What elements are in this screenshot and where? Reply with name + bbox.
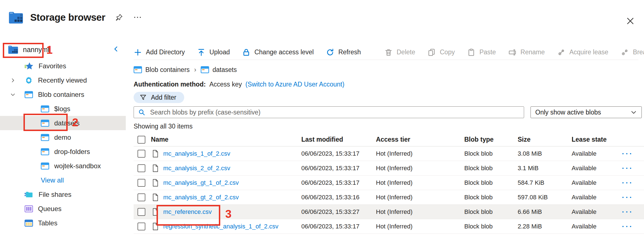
chevron-left-icon[interactable]	[112, 45, 120, 53]
blob-name-link[interactable]: regression_synthetic_analysis_1_of_2.csv	[163, 223, 278, 230]
auth-method-label: Authentication method:	[134, 81, 206, 88]
pin-icon[interactable]	[115, 13, 123, 22]
lease-break-icon	[621, 48, 629, 57]
sidebar-item--logs[interactable]: $logs	[0, 102, 126, 116]
toolbar-button-label: Refresh	[338, 48, 361, 56]
change-access-level-button[interactable]: Change access level	[242, 48, 314, 57]
app-header: Storage browser	[8, 10, 142, 25]
row-more-icon[interactable]: ···	[622, 167, 633, 170]
cell-access-tier: Hot (Inferred)	[376, 179, 464, 186]
sidebar-item-demo[interactable]: demo	[0, 130, 126, 144]
container-icon	[41, 148, 49, 155]
search-input[interactable]	[150, 109, 520, 116]
select-all-checkbox[interactable]	[138, 136, 145, 144]
toolbar: Add DirectoryUploadChange access levelRe…	[134, 45, 638, 60]
paste-icon	[467, 48, 475, 57]
breadcrumb-blob-containers[interactable]: Blob containers	[134, 66, 190, 74]
cell-blob-type: Block blob	[464, 194, 518, 201]
cell-last-modified: 06/06/2023, 15:33:17	[301, 179, 376, 186]
row-more-icon[interactable]: ···	[622, 181, 633, 184]
cell-blob-type: Block blob	[464, 208, 518, 216]
auth-method-value: Access key	[207, 81, 243, 88]
cell-last-modified: 06/06/2023, 15:33:17	[301, 150, 376, 157]
table-row: mc_analysis_gt_1_of_2.csv 06/06/2023, 15…	[134, 176, 644, 190]
table-row: mc_reference.csv 06/06/2023, 15:33:27 Ho…	[134, 205, 644, 219]
add-filter-button[interactable]: Add filter	[134, 92, 184, 103]
blob-name-link[interactable]: mc_analysis_gt_2_of_2.csv	[163, 194, 239, 201]
row-checkbox[interactable]	[138, 193, 145, 201]
blob-name-link[interactable]: mc_analysis_gt_1_of_2.csv	[163, 179, 239, 186]
breadcrumb-datasets[interactable]: datasets	[201, 66, 237, 74]
cell-lease-state: Available	[572, 208, 619, 216]
paste-button: Paste	[467, 48, 496, 57]
sidebar-item-label: wojtek-sandbox	[54, 162, 101, 170]
sidebar-item-datasets[interactable]: datasets	[0, 116, 126, 130]
row-more-icon[interactable]: ···	[622, 196, 633, 199]
sidebar-item-wojtek-sandbox[interactable]: wojtek-sandbox	[0, 159, 126, 173]
blob-name-link[interactable]: mc_analysis_2_of_2.csv	[163, 165, 230, 172]
blob-state-dropdown[interactable]: Only show active blobs	[531, 106, 642, 118]
status-line: Showing all 30 items	[134, 123, 193, 130]
chevron-down-icon[interactable]	[10, 92, 16, 97]
row-more-icon[interactable]: ···	[622, 152, 633, 155]
storage-browser-icon	[8, 11, 23, 24]
refresh-icon	[326, 48, 334, 57]
sidebar-item-label: $logs	[54, 105, 70, 113]
table-row: mc_analysis_2_of_2.csv 06/06/2023, 15:33…	[134, 161, 644, 176]
add-directory-button[interactable]: Add Directory	[134, 48, 185, 57]
row-more-icon[interactable]: ···	[622, 211, 633, 213]
cell-blob-type: Block blob	[464, 165, 518, 172]
sidebar-item-drop-folders[interactable]: drop-folders	[0, 144, 126, 159]
row-more-icon[interactable]: ···	[622, 225, 633, 228]
sidebar-item-blob-containers[interactable]: Blob containers	[0, 87, 126, 102]
cell-lease-state: Available	[572, 194, 619, 201]
sidebar-item-storage-account[interactable]: nannyml	[0, 41, 126, 58]
lease-icon	[557, 48, 565, 57]
cell-access-tier: Hot (Inferred)	[376, 165, 464, 172]
sidebar-item-tables[interactable]: Tables	[0, 216, 126, 230]
sidebar-item-view-all[interactable]: View all	[0, 173, 126, 187]
star-icon	[25, 62, 34, 70]
row-checkbox[interactable]	[138, 150, 145, 158]
column-header-name: Name	[151, 136, 301, 143]
trash-icon	[384, 48, 393, 57]
row-checkbox[interactable]	[138, 223, 145, 230]
cell-last-modified: 06/06/2023, 15:33:16	[301, 194, 376, 201]
table-row: regression_synthetic_analysis_1_of_2.csv…	[134, 219, 644, 234]
container-icon	[134, 66, 142, 73]
sidebar-item-favorites[interactable]: Favorites	[0, 59, 126, 73]
sidebar-item-file-shares[interactable]: File shares	[0, 187, 126, 202]
queue-icon	[25, 205, 33, 212]
page-title: Storage browser	[30, 12, 105, 23]
blob-name-link[interactable]: mc_analysis_1_of_2.csv	[163, 150, 230, 157]
cell-last-modified: 06/06/2023, 15:33:17	[301, 165, 376, 172]
container-icon	[41, 162, 49, 170]
column-header-size: Size	[518, 136, 572, 143]
switch-auth-link[interactable]: (Switch to Azure AD User Account)	[245, 81, 344, 88]
toolbar-button-label: Add Directory	[146, 48, 185, 56]
file-icon	[152, 208, 159, 216]
gear-icon	[25, 76, 33, 85]
row-checkbox[interactable]	[138, 164, 145, 172]
acquire-lease-button: Acquire lease	[557, 48, 608, 57]
column-header-blob-type: Blob type	[464, 136, 518, 143]
blob-name-link[interactable]: mc_reference.csv	[163, 208, 212, 216]
refresh-button[interactable]: Refresh	[326, 48, 361, 57]
chevron-right-icon[interactable]	[10, 78, 16, 83]
upload-button[interactable]: Upload	[197, 48, 230, 57]
copy-button: Copy	[427, 48, 455, 57]
row-checkbox[interactable]	[138, 208, 145, 216]
sidebar-tree: FavoritesRecently viewedBlob containers$…	[0, 59, 126, 230]
cell-last-modified: 06/06/2023, 15:33:17	[301, 223, 376, 230]
sidebar-item-recently-viewed[interactable]: Recently viewed	[0, 73, 126, 87]
row-checkbox[interactable]	[138, 179, 145, 187]
cell-size: 6.66 MiB	[518, 208, 572, 216]
breadcrumb: Blob containers › datasets	[134, 65, 237, 74]
blob-table: Name Last modified Access tier Blob type…	[134, 133, 644, 234]
sidebar-item-queues[interactable]: Queues	[0, 202, 126, 216]
cell-access-tier: Hot (Inferred)	[376, 194, 464, 201]
cell-lease-state: Available	[572, 223, 619, 230]
lock-icon	[242, 48, 250, 57]
break-lease-button: Break lease	[621, 48, 644, 57]
delete-button: Delete	[384, 48, 415, 57]
